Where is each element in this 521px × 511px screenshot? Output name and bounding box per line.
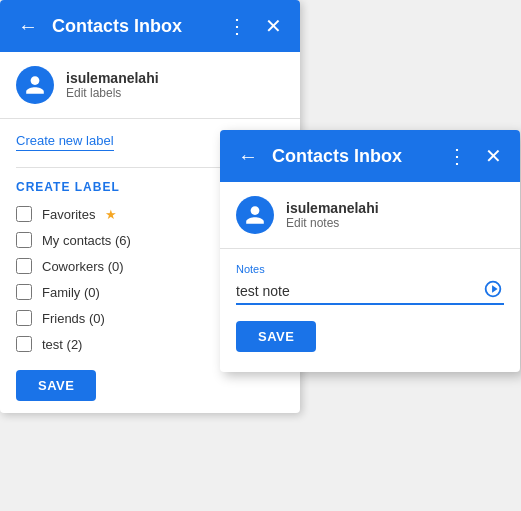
front-panel-body: Notes SAVE	[220, 249, 520, 372]
back-panel-menu-button[interactable]: ⋮	[223, 12, 251, 40]
label-text: My contacts (6)	[42, 233, 131, 248]
notes-input[interactable]	[236, 279, 504, 303]
front-panel-back-button[interactable]: ←	[234, 143, 262, 170]
front-panel-user-info: isulemanelahi Edit notes	[286, 200, 379, 230]
create-new-label-link[interactable]: Create new label	[16, 133, 114, 151]
label-checkbox[interactable]	[16, 284, 32, 300]
notes-label: Notes	[236, 263, 504, 275]
back-panel-back-button[interactable]: ←	[14, 13, 42, 40]
back-panel-save-button[interactable]: SAVE	[16, 370, 96, 401]
notes-wave-icon	[482, 278, 504, 305]
label-checkbox[interactable]	[16, 258, 32, 274]
label-text: Favorites	[42, 207, 95, 222]
label-text: Family (0)	[42, 285, 100, 300]
front-panel: ← Contacts Inbox ⋮ ✕ isulemanelahi Edit …	[220, 130, 520, 372]
label-checkbox[interactable]	[16, 232, 32, 248]
back-panel-header: ← Contacts Inbox ⋮ ✕	[0, 0, 300, 52]
star-icon: ★	[105, 207, 117, 222]
front-panel-title: Contacts Inbox	[272, 146, 433, 167]
front-panel-action[interactable]: Edit notes	[286, 216, 379, 230]
front-panel-avatar	[236, 196, 274, 234]
back-panel-user: isulemanelahi Edit labels	[0, 52, 300, 119]
label-text: Friends (0)	[42, 311, 105, 326]
front-panel-close-button[interactable]: ✕	[481, 142, 506, 170]
front-panel-save-button[interactable]: SAVE	[236, 321, 316, 352]
label-checkbox[interactable]	[16, 206, 32, 222]
front-panel-header: ← Contacts Inbox ⋮ ✕	[220, 130, 520, 182]
label-checkbox[interactable]	[16, 336, 32, 352]
back-panel-title: Contacts Inbox	[52, 16, 213, 37]
label-text: Coworkers (0)	[42, 259, 124, 274]
back-panel-action[interactable]: Edit labels	[66, 86, 159, 100]
front-panel-user: isulemanelahi Edit notes	[220, 182, 520, 249]
back-panel-avatar	[16, 66, 54, 104]
front-panel-menu-button[interactable]: ⋮	[443, 142, 471, 170]
back-panel-close-button[interactable]: ✕	[261, 12, 286, 40]
back-panel-username: isulemanelahi	[66, 70, 159, 86]
label-checkbox[interactable]	[16, 310, 32, 326]
back-panel-user-info: isulemanelahi Edit labels	[66, 70, 159, 100]
label-text: test (2)	[42, 337, 82, 352]
notes-input-wrapper	[236, 279, 504, 305]
front-panel-username: isulemanelahi	[286, 200, 379, 216]
